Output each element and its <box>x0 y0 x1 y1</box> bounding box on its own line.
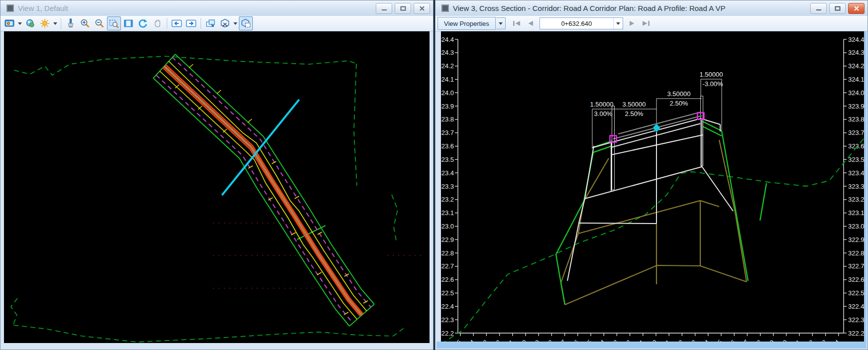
y-axis-label: 323.9 <box>848 103 865 110</box>
y-axis-label: 324.4 <box>848 36 865 43</box>
axis-ticks: 324.4324.4324.3324.3324.2324.2324.1324.1… <box>441 36 865 342</box>
close-button[interactable] <box>414 3 430 14</box>
slope-label: 3.00% <box>594 110 613 117</box>
y-axis-label: 322.3 <box>848 316 865 324</box>
y-axis-label: 323.0 <box>441 223 454 230</box>
pan-view-icon[interactable] <box>150 16 164 30</box>
y-axis-label: 324.3 <box>441 49 454 56</box>
boundary-right <box>354 64 357 186</box>
toolbar-separator <box>61 18 61 29</box>
brightness-dropdown-icon[interactable] <box>53 22 57 25</box>
y-axis-label: 323.3 <box>848 183 865 190</box>
slope-label: 2.50% <box>670 100 688 107</box>
station-combobox[interactable]: 0+632.640 <box>540 17 623 29</box>
update-view-icon[interactable] <box>64 16 78 30</box>
station-dropdown-icon[interactable] <box>613 18 623 29</box>
view-next-icon[interactable] <box>184 16 198 30</box>
y-axis-label: 323.8 <box>848 116 865 123</box>
y-axis-label: 323.3 <box>441 183 454 190</box>
snap-marker <box>699 115 702 117</box>
y-axis-label: 323.9 <box>441 103 454 110</box>
y-axis-label: 324.4 <box>441 36 454 43</box>
view3-toolbar: View Properties 0+632.640 <box>435 16 868 31</box>
view1-toolbar <box>0 16 433 31</box>
copy-view-icon[interactable] <box>204 16 217 30</box>
y-axis-label: 324.2 <box>848 62 865 70</box>
display-style-icon[interactable] <box>23 16 37 30</box>
next-station-icon[interactable] <box>626 17 639 29</box>
y-axis-label: 324.2 <box>441 62 454 70</box>
view3-titlebar[interactable]: View 3, Cross Section - Corridor: Road A… <box>435 0 868 16</box>
y-axis-label: 322.2 <box>441 330 454 337</box>
subgrade-lines <box>561 140 747 305</box>
y-axis-label: 322.8 <box>441 249 454 257</box>
view3-window: View 3, Cross Section - Corridor: Road A… <box>435 0 868 350</box>
y-axis-label: 323.2 <box>441 196 454 203</box>
y-axis-label: 324.0 <box>441 89 454 97</box>
y-axis-label: 322.4 <box>441 303 454 310</box>
cross-section-drawing: 324.4324.4324.3324.3324.2324.2324.1324.1… <box>441 31 865 342</box>
clip-mask-icon[interactable] <box>239 16 253 30</box>
slope-label: -3.00% <box>702 80 723 88</box>
adjust-brightness-icon[interactable] <box>38 16 52 30</box>
cross-section-viewport[interactable]: 324.4324.4324.3324.3324.2324.2324.1324.1… <box>441 31 865 342</box>
y-axis-label: 322.3 <box>441 316 454 324</box>
close-button[interactable] <box>848 3 865 14</box>
y-axis-label: 323.6 <box>441 142 454 150</box>
rotate-view-icon[interactable] <box>136 16 150 30</box>
width-label: 3.50000 <box>623 101 646 108</box>
y-axis-label: 323.2 <box>848 196 865 203</box>
last-station-icon[interactable] <box>639 17 652 29</box>
y-axis-label: 324.0 <box>848 89 865 97</box>
view1-titlebar[interactable]: View 1, Default <box>0 0 433 16</box>
y-axis-label: 323.5 <box>441 156 454 163</box>
station-input[interactable]: 0+632.640 <box>540 20 613 27</box>
zoom-out-icon[interactable] <box>93 16 107 30</box>
minimize-button[interactable] <box>376 3 392 14</box>
view-properties-dropdown-icon[interactable] <box>496 17 506 29</box>
view-attributes-icon[interactable] <box>2 16 16 30</box>
view1-title: View 1, Default <box>18 4 68 12</box>
y-axis-label: 322.6 <box>441 276 454 283</box>
y-axis-label: 323.0 <box>848 223 865 230</box>
maximize-button[interactable] <box>395 3 411 14</box>
boundary-bottom <box>13 325 405 342</box>
y-axis-label: 323.7 <box>441 129 454 136</box>
plan-drawing <box>4 31 430 343</box>
y-axis-label: 323.6 <box>848 142 865 150</box>
fit-view-icon[interactable] <box>121 16 135 30</box>
maximize-button[interactable] <box>829 3 846 14</box>
y-axis-label: 322.5 <box>848 289 865 297</box>
y-axis-label: 322.9 <box>848 236 865 243</box>
y-axis-label: 322.8 <box>848 249 865 257</box>
window-icon <box>6 4 14 12</box>
clip-volume-icon[interactable] <box>218 16 232 30</box>
previous-station-icon[interactable] <box>524 17 537 29</box>
y-axis-label: 322.4 <box>848 303 865 310</box>
plan-viewport[interactable] <box>4 31 430 343</box>
view-previous-icon[interactable] <box>170 16 184 30</box>
y-axis-label: 322.2 <box>848 330 865 337</box>
right-scroll-strip[interactable] <box>864 31 867 342</box>
minimize-button[interactable] <box>810 3 827 14</box>
y-axis-label: 323.1 <box>848 209 865 217</box>
width-label: 1.50000 <box>590 101 614 108</box>
y-axis-label: 322.6 <box>848 276 865 283</box>
width-label: 1.50000 <box>700 71 723 78</box>
bottom-scroll-strip[interactable] <box>436 342 867 349</box>
zoom-in-icon[interactable] <box>78 16 92 30</box>
y-axis-label: 323.5 <box>848 156 865 163</box>
existing-ground-line <box>441 137 865 342</box>
y-axis-label: 322.9 <box>441 236 454 243</box>
clip-volume-dropdown-icon[interactable] <box>233 22 237 25</box>
slope-label: 2.50% <box>625 110 644 117</box>
y-axis-label: 323.4 <box>441 169 454 177</box>
y-axis-label: 324.1 <box>441 76 454 83</box>
y-axis-label: 323.4 <box>848 169 865 177</box>
first-station-icon[interactable] <box>511 17 524 29</box>
view-properties-label: View Properties <box>444 20 489 27</box>
view-attributes-dropdown-icon[interactable] <box>18 22 22 25</box>
view-properties-button[interactable]: View Properties <box>437 17 496 30</box>
zoom-window-icon[interactable] <box>107 16 121 30</box>
y-axis-label: 323.7 <box>848 129 865 136</box>
